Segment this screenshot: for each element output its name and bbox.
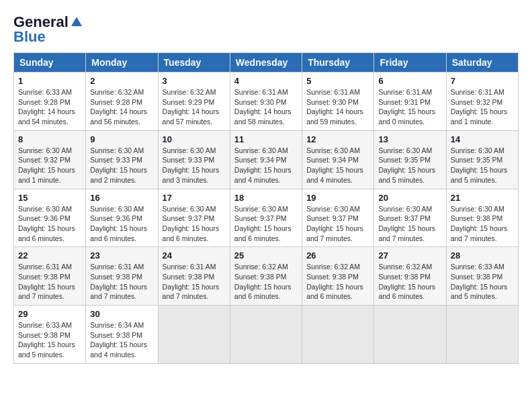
sunset-text: Sunset: 9:34 PM (234, 155, 298, 165)
calendar-week-5: 29 Sunrise: 6:33 AM Sunset: 9:38 PM Dayl… (14, 306, 519, 364)
sunset-text: Sunset: 9:30 PM (234, 97, 298, 107)
sunrise-text: Sunrise: 6:30 AM (18, 146, 81, 156)
calendar-cell: 27 Sunrise: 6:32 AM Sunset: 9:38 PM Dayl… (374, 247, 446, 306)
sunset-text: Sunset: 9:35 PM (451, 155, 514, 165)
day-info: Sunrise: 6:31 AM Sunset: 9:30 PM Dayligh… (234, 87, 298, 127)
day-info: Sunrise: 6:30 AM Sunset: 9:32 PM Dayligh… (18, 146, 81, 185)
day-info: Sunrise: 6:30 AM Sunset: 9:37 PM Dayligh… (378, 204, 441, 244)
day-number: 17 (163, 193, 226, 203)
calendar-cell: 14 Sunrise: 6:30 AM Sunset: 9:35 PM Dayl… (446, 130, 518, 189)
daylight-text: Daylight: 15 hours and 0 minutes. (378, 107, 441, 126)
day-number: 22 (18, 250, 81, 261)
logo-blue-text: Blue (13, 28, 46, 46)
sunset-text: Sunset: 9:37 PM (163, 214, 226, 224)
calendar-cell: 11 Sunrise: 6:30 AM Sunset: 9:34 PM Dayl… (230, 130, 302, 189)
calendar-cell: 25 Sunrise: 6:32 AM Sunset: 9:38 PM Dayl… (230, 247, 302, 306)
calendar-cell: 16 Sunrise: 6:30 AM Sunset: 9:36 PM Dayl… (86, 189, 158, 247)
calendar-week-1: 1 Sunrise: 6:33 AM Sunset: 9:28 PM Dayli… (14, 73, 519, 131)
day-number: 21 (451, 193, 514, 203)
calendar-cell: 13 Sunrise: 6:30 AM Sunset: 9:35 PM Dayl… (374, 130, 446, 189)
calendar-cell (446, 306, 518, 364)
weekday-header-sunday: Sunday (14, 53, 86, 73)
daylight-text: Daylight: 15 hours and 7 minutes. (90, 282, 153, 302)
sunrise-text: Sunrise: 6:31 AM (451, 87, 514, 97)
daylight-text: Daylight: 14 hours and 54 minutes. (18, 107, 81, 126)
sunrise-text: Sunrise: 6:30 AM (378, 204, 441, 214)
sunrise-text: Sunrise: 6:30 AM (163, 146, 226, 156)
sunrise-text: Sunrise: 6:32 AM (163, 87, 226, 97)
day-number: 26 (306, 250, 369, 261)
day-number: 4 (234, 76, 298, 86)
sunrise-text: Sunrise: 6:30 AM (90, 204, 153, 214)
sunset-text: Sunset: 9:30 PM (306, 97, 369, 107)
day-info: Sunrise: 6:30 AM Sunset: 9:36 PM Dayligh… (18, 204, 81, 244)
sunrise-text: Sunrise: 6:30 AM (18, 204, 81, 214)
sunrise-text: Sunrise: 6:30 AM (90, 146, 153, 156)
day-info: Sunrise: 6:31 AM Sunset: 9:31 PM Dayligh… (378, 87, 441, 127)
sunset-text: Sunset: 9:34 PM (306, 155, 369, 165)
daylight-text: Daylight: 15 hours and 5 minutes. (451, 165, 514, 185)
daylight-text: Daylight: 15 hours and 7 minutes. (18, 282, 81, 302)
day-info: Sunrise: 6:30 AM Sunset: 9:33 PM Dayligh… (163, 146, 226, 185)
sunrise-text: Sunrise: 6:31 AM (234, 87, 298, 97)
day-info: Sunrise: 6:32 AM Sunset: 9:38 PM Dayligh… (306, 262, 369, 302)
sunset-text: Sunset: 9:38 PM (378, 272, 441, 282)
daylight-text: Daylight: 15 hours and 4 minutes. (234, 165, 298, 185)
day-number: 8 (18, 134, 81, 144)
calendar-week-3: 15 Sunrise: 6:30 AM Sunset: 9:36 PM Dayl… (14, 189, 519, 247)
sunset-text: Sunset: 9:38 PM (451, 272, 514, 282)
daylight-text: Daylight: 15 hours and 6 minutes. (234, 282, 298, 302)
day-info: Sunrise: 6:31 AM Sunset: 9:38 PM Dayligh… (163, 262, 226, 302)
sunrise-text: Sunrise: 6:32 AM (378, 262, 441, 272)
calendar-cell (158, 306, 230, 364)
calendar-cell: 20 Sunrise: 6:30 AM Sunset: 9:37 PM Dayl… (374, 189, 446, 247)
day-info: Sunrise: 6:30 AM Sunset: 9:35 PM Dayligh… (451, 146, 514, 185)
daylight-text: Daylight: 15 hours and 7 minutes. (451, 224, 514, 243)
day-info: Sunrise: 6:31 AM Sunset: 9:38 PM Dayligh… (18, 262, 81, 302)
day-info: Sunrise: 6:32 AM Sunset: 9:28 PM Dayligh… (90, 87, 153, 127)
day-info: Sunrise: 6:30 AM Sunset: 9:34 PM Dayligh… (234, 146, 298, 185)
day-number: 10 (163, 134, 226, 144)
sunrise-text: Sunrise: 6:30 AM (306, 204, 369, 214)
logo: General Blue (13, 13, 83, 46)
sunset-text: Sunset: 9:38 PM (90, 330, 153, 340)
day-info: Sunrise: 6:31 AM Sunset: 9:30 PM Dayligh… (306, 87, 369, 127)
daylight-text: Daylight: 14 hours and 58 minutes. (234, 107, 298, 126)
calendar-cell: 5 Sunrise: 6:31 AM Sunset: 9:30 PM Dayli… (302, 73, 374, 131)
day-number: 24 (163, 250, 226, 261)
daylight-text: Daylight: 15 hours and 1 minute. (451, 107, 514, 126)
weekday-header-saturday: Saturday (446, 53, 518, 73)
day-number: 15 (18, 193, 81, 203)
sunrise-text: Sunrise: 6:30 AM (234, 204, 298, 214)
day-info: Sunrise: 6:31 AM Sunset: 9:38 PM Dayligh… (90, 262, 153, 302)
daylight-text: Daylight: 15 hours and 5 minutes. (18, 340, 81, 359)
day-number: 7 (451, 76, 514, 86)
sunset-text: Sunset: 9:35 PM (378, 155, 441, 165)
sunrise-text: Sunrise: 6:30 AM (451, 204, 514, 214)
sunset-text: Sunset: 9:38 PM (18, 330, 81, 340)
daylight-text: Daylight: 15 hours and 1 minute. (18, 165, 81, 185)
calendar-cell: 2 Sunrise: 6:32 AM Sunset: 9:28 PM Dayli… (86, 73, 158, 131)
sunrise-text: Sunrise: 6:32 AM (234, 262, 298, 272)
calendar-cell: 10 Sunrise: 6:30 AM Sunset: 9:33 PM Dayl… (158, 130, 230, 189)
daylight-text: Daylight: 15 hours and 6 minutes. (18, 224, 81, 243)
daylight-text: Daylight: 15 hours and 6 minutes. (163, 224, 226, 243)
day-number: 2 (90, 76, 153, 86)
sunrise-text: Sunrise: 6:33 AM (18, 87, 81, 97)
weekday-header-thursday: Thursday (302, 53, 374, 73)
daylight-text: Daylight: 15 hours and 3 minutes. (163, 165, 226, 185)
day-number: 28 (451, 250, 514, 261)
sunset-text: Sunset: 9:38 PM (90, 272, 153, 282)
day-info: Sunrise: 6:33 AM Sunset: 9:38 PM Dayligh… (18, 320, 81, 360)
sunset-text: Sunset: 9:37 PM (306, 214, 369, 224)
calendar-cell: 9 Sunrise: 6:30 AM Sunset: 9:33 PM Dayli… (86, 130, 158, 189)
day-number: 30 (90, 309, 153, 319)
sunrise-text: Sunrise: 6:30 AM (163, 204, 226, 214)
logo-icon (70, 15, 83, 29)
day-info: Sunrise: 6:30 AM Sunset: 9:37 PM Dayligh… (163, 204, 226, 244)
calendar-week-4: 22 Sunrise: 6:31 AM Sunset: 9:38 PM Dayl… (14, 247, 519, 306)
sunset-text: Sunset: 9:32 PM (18, 155, 81, 165)
calendar-cell: 23 Sunrise: 6:31 AM Sunset: 9:38 PM Dayl… (86, 247, 158, 306)
calendar-cell: 30 Sunrise: 6:34 AM Sunset: 9:38 PM Dayl… (86, 306, 158, 364)
day-info: Sunrise: 6:33 AM Sunset: 9:28 PM Dayligh… (18, 87, 81, 127)
